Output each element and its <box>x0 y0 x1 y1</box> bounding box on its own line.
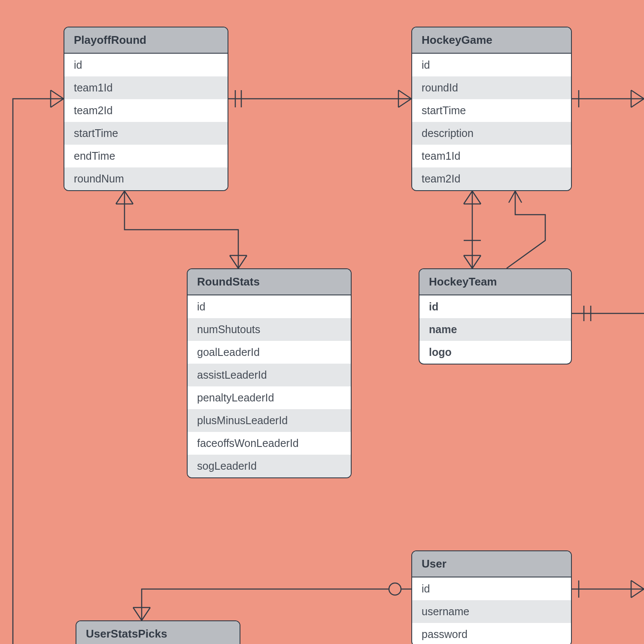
svg-line-21 <box>464 255 472 268</box>
entity-roundstats[interactable]: RoundStats id numShutouts goalLeaderId a… <box>187 268 352 478</box>
field: logo <box>419 341 571 364</box>
field: team2Id <box>412 167 571 190</box>
field: description <box>412 122 571 145</box>
field: goalLeaderId <box>188 341 351 364</box>
entity-playoffround[interactable]: PlayoffRound id team1Id team2Id startTim… <box>64 27 228 191</box>
entity-title: PlayoffRound <box>64 27 228 54</box>
svg-line-1 <box>398 99 411 107</box>
svg-line-22 <box>472 255 481 268</box>
field: team2Id <box>64 99 228 122</box>
field: startTime <box>64 122 228 145</box>
field: id <box>64 54 228 76</box>
field: endTime <box>64 145 228 167</box>
entity-title: User <box>412 551 571 577</box>
entity-user[interactable]: User id username password <box>411 550 572 644</box>
field: password <box>412 623 571 644</box>
field: faceoffsWonLeaderId <box>188 432 351 455</box>
svg-line-10 <box>51 99 64 107</box>
svg-line-0 <box>398 90 411 99</box>
svg-line-5 <box>631 90 644 99</box>
entity-userstatspicks[interactable]: UserStatsPicks <box>76 620 240 644</box>
svg-line-19 <box>472 191 481 204</box>
svg-line-16 <box>238 255 247 268</box>
field: roundNum <box>64 167 228 190</box>
svg-line-6 <box>631 99 644 107</box>
entity-hockeygame[interactable]: HockeyGame id roundId startTime descript… <box>411 27 572 191</box>
svg-line-15 <box>230 255 238 268</box>
field: startTime <box>412 99 571 122</box>
field: penaltyLeaderId <box>188 386 351 409</box>
svg-line-25 <box>509 191 515 203</box>
svg-line-31 <box>142 608 150 620</box>
field: id <box>188 295 351 318</box>
er-diagram-canvas: PlayoffRound id team1Id team2Id startTim… <box>0 0 644 644</box>
field: plusMinusLeaderId <box>188 409 351 432</box>
field: assistLeaderId <box>188 364 351 386</box>
field: id <box>419 295 571 318</box>
entity-title: RoundStats <box>188 269 351 295</box>
field: id <box>412 577 571 600</box>
svg-line-26 <box>515 191 522 203</box>
field: id <box>412 54 571 76</box>
field: roundId <box>412 76 571 99</box>
svg-line-30 <box>133 608 142 620</box>
entity-hockeyteam[interactable]: HockeyTeam id name logo <box>419 268 572 365</box>
entity-title: HockeyTeam <box>419 269 571 295</box>
entity-title: UserStatsPicks <box>76 621 240 644</box>
field: team1Id <box>64 76 228 99</box>
svg-line-18 <box>464 191 472 204</box>
svg-line-9 <box>51 90 64 99</box>
svg-line-33 <box>631 580 644 589</box>
svg-point-29 <box>389 583 401 595</box>
svg-line-13 <box>125 191 133 204</box>
field: sogLeaderId <box>188 455 351 477</box>
field: username <box>412 600 571 623</box>
svg-line-12 <box>116 191 125 204</box>
field: name <box>419 318 571 341</box>
entity-title: HockeyGame <box>412 27 571 54</box>
field: team1Id <box>412 145 571 167</box>
field: numShutouts <box>188 318 351 341</box>
svg-line-34 <box>631 589 644 598</box>
